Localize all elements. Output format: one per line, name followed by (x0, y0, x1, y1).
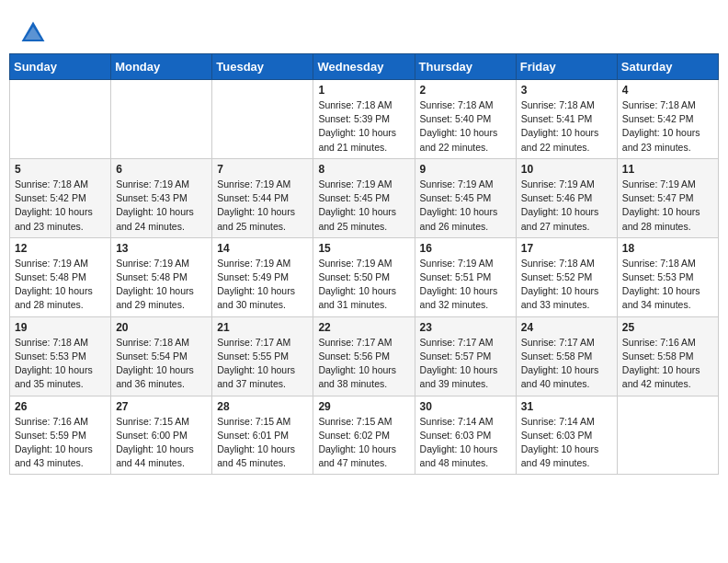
day-number: 2 (420, 84, 511, 97)
day-number: 3 (521, 84, 612, 97)
calendar: SundayMondayTuesdayWednesdayThursdayFrid… (9, 53, 719, 475)
day-header-monday: Monday (111, 54, 212, 80)
day-number: 14 (217, 242, 308, 255)
day-info: Sunrise: 7:19 AMSunset: 5:45 PMDaylight:… (318, 178, 409, 234)
calendar-cell: 8Sunrise: 7:19 AMSunset: 5:45 PMDaylight… (313, 158, 415, 237)
calendar-header-row: SundayMondayTuesdayWednesdayThursdayFrid… (10, 54, 719, 80)
day-number: 28 (217, 400, 308, 413)
day-number: 31 (521, 400, 612, 413)
day-info: Sunrise: 7:14 AMSunset: 6:03 PMDaylight:… (521, 415, 612, 471)
day-number: 16 (420, 242, 511, 255)
logo-icon (18, 18, 48, 48)
day-header-saturday: Saturday (617, 54, 718, 80)
day-info: Sunrise: 7:18 AMSunset: 5:53 PMDaylight:… (622, 257, 713, 313)
day-info: Sunrise: 7:17 AMSunset: 5:58 PMDaylight:… (521, 336, 612, 392)
day-info: Sunrise: 7:14 AMSunset: 6:03 PMDaylight:… (420, 415, 511, 471)
day-number: 24 (521, 321, 612, 334)
day-info: Sunrise: 7:19 AMSunset: 5:50 PMDaylight:… (318, 257, 409, 313)
day-header-friday: Friday (516, 54, 617, 80)
calendar-cell: 24Sunrise: 7:17 AMSunset: 5:58 PMDayligh… (516, 316, 617, 396)
day-number: 30 (420, 400, 511, 413)
day-info: Sunrise: 7:18 AMSunset: 5:52 PMDaylight:… (521, 257, 612, 313)
calendar-cell: 29Sunrise: 7:15 AMSunset: 6:02 PMDayligh… (313, 396, 415, 475)
calendar-cell: 7Sunrise: 7:19 AMSunset: 5:44 PMDaylight… (212, 158, 313, 237)
calendar-cell: 20Sunrise: 7:18 AMSunset: 5:54 PMDayligh… (111, 316, 212, 396)
calendar-cell: 30Sunrise: 7:14 AMSunset: 6:03 PMDayligh… (415, 396, 516, 475)
calendar-cell: 25Sunrise: 7:16 AMSunset: 5:58 PMDayligh… (617, 316, 718, 396)
day-info: Sunrise: 7:19 AMSunset: 5:45 PMDaylight:… (420, 178, 511, 234)
day-number: 20 (116, 321, 207, 334)
calendar-cell: 21Sunrise: 7:17 AMSunset: 5:55 PMDayligh… (212, 316, 313, 396)
day-number: 15 (318, 242, 409, 255)
day-info: Sunrise: 7:18 AMSunset: 5:41 PMDaylight:… (521, 98, 612, 155)
day-number: 9 (420, 163, 511, 176)
day-info: Sunrise: 7:18 AMSunset: 5:42 PMDaylight:… (15, 178, 106, 234)
calendar-cell: 6Sunrise: 7:19 AMSunset: 5:43 PMDaylight… (111, 158, 212, 237)
calendar-week-row: 12Sunrise: 7:19 AMSunset: 5:48 PMDayligh… (10, 237, 719, 316)
calendar-cell: 3Sunrise: 7:18 AMSunset: 5:41 PMDaylight… (516, 80, 617, 159)
day-header-sunday: Sunday (10, 54, 111, 80)
calendar-cell: 1Sunrise: 7:18 AMSunset: 5:39 PMDaylight… (313, 80, 415, 159)
calendar-cell: 11Sunrise: 7:19 AMSunset: 5:47 PMDayligh… (617, 158, 718, 237)
calendar-cell: 2Sunrise: 7:18 AMSunset: 5:40 PMDaylight… (415, 80, 516, 159)
day-info: Sunrise: 7:19 AMSunset: 5:48 PMDaylight:… (15, 257, 106, 313)
calendar-cell: 27Sunrise: 7:15 AMSunset: 6:00 PMDayligh… (111, 396, 212, 475)
calendar-cell: 23Sunrise: 7:17 AMSunset: 5:57 PMDayligh… (415, 316, 516, 396)
day-number: 13 (116, 242, 207, 255)
logo (18, 18, 51, 48)
calendar-cell (617, 396, 718, 475)
day-info: Sunrise: 7:19 AMSunset: 5:44 PMDaylight:… (217, 178, 308, 234)
calendar-cell: 31Sunrise: 7:14 AMSunset: 6:03 PMDayligh… (516, 396, 617, 475)
day-number: 21 (217, 321, 308, 334)
calendar-cell: 13Sunrise: 7:19 AMSunset: 5:48 PMDayligh… (111, 237, 212, 316)
day-info: Sunrise: 7:15 AMSunset: 6:01 PMDaylight:… (217, 415, 308, 471)
day-number: 18 (622, 242, 713, 255)
calendar-week-row: 19Sunrise: 7:18 AMSunset: 5:53 PMDayligh… (10, 316, 719, 396)
day-info: Sunrise: 7:16 AMSunset: 5:59 PMDaylight:… (15, 415, 106, 471)
calendar-cell (111, 80, 212, 159)
day-number: 29 (318, 400, 409, 413)
day-number: 19 (15, 321, 106, 334)
day-number: 6 (116, 163, 207, 176)
calendar-cell: 4Sunrise: 7:18 AMSunset: 5:42 PMDaylight… (617, 80, 718, 159)
day-info: Sunrise: 7:15 AMSunset: 6:00 PMDaylight:… (116, 415, 207, 471)
calendar-cell: 5Sunrise: 7:18 AMSunset: 5:42 PMDaylight… (10, 158, 111, 237)
day-number: 26 (15, 400, 106, 413)
calendar-cell: 16Sunrise: 7:19 AMSunset: 5:51 PMDayligh… (415, 237, 516, 316)
day-info: Sunrise: 7:18 AMSunset: 5:53 PMDaylight:… (15, 336, 106, 392)
calendar-cell: 10Sunrise: 7:19 AMSunset: 5:46 PMDayligh… (516, 158, 617, 237)
day-header-tuesday: Tuesday (212, 54, 313, 80)
day-info: Sunrise: 7:19 AMSunset: 5:43 PMDaylight:… (116, 178, 207, 234)
calendar-cell: 19Sunrise: 7:18 AMSunset: 5:53 PMDayligh… (10, 316, 111, 396)
day-info: Sunrise: 7:17 AMSunset: 5:56 PMDaylight:… (318, 336, 409, 392)
calendar-cell (212, 80, 313, 159)
day-header-thursday: Thursday (415, 54, 516, 80)
day-info: Sunrise: 7:18 AMSunset: 5:39 PMDaylight:… (318, 98, 409, 155)
day-info: Sunrise: 7:19 AMSunset: 5:49 PMDaylight:… (217, 257, 308, 313)
day-number: 17 (521, 242, 612, 255)
day-info: Sunrise: 7:19 AMSunset: 5:48 PMDaylight:… (116, 257, 207, 313)
day-number: 10 (521, 163, 612, 176)
day-info: Sunrise: 7:18 AMSunset: 5:54 PMDaylight:… (116, 336, 207, 392)
day-number: 11 (622, 163, 713, 176)
day-info: Sunrise: 7:18 AMSunset: 5:42 PMDaylight:… (622, 98, 713, 155)
calendar-cell: 15Sunrise: 7:19 AMSunset: 5:50 PMDayligh… (313, 237, 415, 316)
calendar-cell (10, 80, 111, 159)
day-number: 4 (622, 84, 713, 97)
day-info: Sunrise: 7:15 AMSunset: 6:02 PMDaylight:… (318, 415, 409, 471)
day-number: 12 (15, 242, 106, 255)
page-header (9, 9, 719, 53)
calendar-week-row: 5Sunrise: 7:18 AMSunset: 5:42 PMDaylight… (10, 158, 719, 237)
day-info: Sunrise: 7:17 AMSunset: 5:57 PMDaylight:… (420, 336, 511, 392)
calendar-cell: 22Sunrise: 7:17 AMSunset: 5:56 PMDayligh… (313, 316, 415, 396)
day-info: Sunrise: 7:18 AMSunset: 5:40 PMDaylight:… (420, 98, 511, 155)
day-number: 7 (217, 163, 308, 176)
calendar-cell: 18Sunrise: 7:18 AMSunset: 5:53 PMDayligh… (617, 237, 718, 316)
calendar-cell: 14Sunrise: 7:19 AMSunset: 5:49 PMDayligh… (212, 237, 313, 316)
day-info: Sunrise: 7:19 AMSunset: 5:46 PMDaylight:… (521, 178, 612, 234)
day-number: 27 (116, 400, 207, 413)
day-info: Sunrise: 7:19 AMSunset: 5:51 PMDaylight:… (420, 257, 511, 313)
day-info: Sunrise: 7:16 AMSunset: 5:58 PMDaylight:… (622, 336, 713, 392)
day-number: 22 (318, 321, 409, 334)
calendar-week-row: 1Sunrise: 7:18 AMSunset: 5:39 PMDaylight… (10, 80, 719, 159)
